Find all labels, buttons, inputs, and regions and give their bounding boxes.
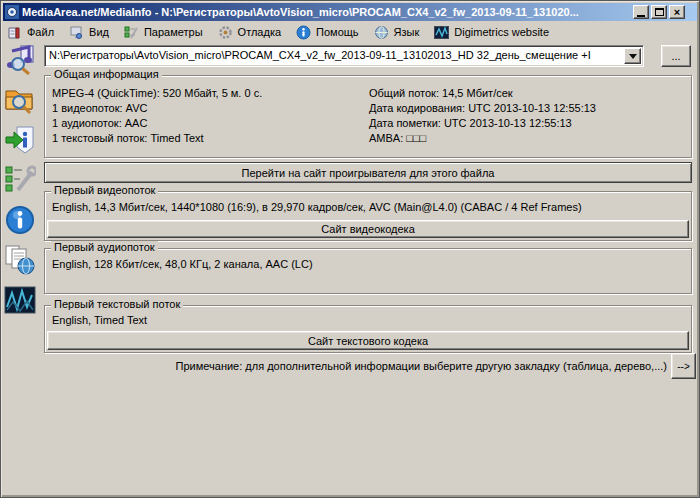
menu-debug-label: Отладка [238,26,281,38]
audio-stream-group: Первый аудиопоток English, 128 Кбит/сек,… [44,248,692,294]
menu-file-label: Файл [27,26,54,38]
menu-options-label: Параметры [144,26,203,38]
text-codec-website-button[interactable]: Сайт текстового кодека [47,331,689,350]
menu-bar: Файл Вид Параметры Отладка Помощь Язык D… [3,22,697,42]
open-folder-icon [4,84,36,116]
video-codec-website-button[interactable]: Сайт видеокодека [47,220,689,238]
general-info-left-column: MPEG-4 (QuickTime): 520 Мбайт, 5 м. 0 с.… [52,86,262,146]
chevron-down-icon [629,54,637,63]
toolbar-web-report-button[interactable] [4,244,36,276]
general-tagged-date-line: Дата пометки: UTC 2013-10-13 12:55:13 [369,116,596,131]
language-menu-icon [374,25,389,40]
toolbar-export-info-button[interactable] [4,124,36,156]
menu-digimetrics-label: Digimetrics website [454,26,549,38]
general-info-group-title: Общая информация [51,68,162,80]
menu-language[interactable]: Язык [374,25,420,40]
toolbar-graph-button[interactable] [4,284,36,316]
window-title: MediaArea.net/MediaInfo - N:\Регистратор… [22,6,629,18]
general-encoded-date-line: Дата кодирования: UTC 2013-10-13 12:55:1… [369,101,596,116]
general-video-count-line: 1 видеопоток: AVC [52,101,262,116]
export-info-icon [4,124,36,156]
file-menu-icon [7,25,22,40]
help-menu-icon [296,25,311,40]
website-menu-icon [434,25,449,40]
toolbar-open-file-button[interactable] [4,44,36,76]
text-stream-group-title: Первый текстовый поток [51,298,183,310]
menu-options[interactable]: Параметры [124,25,203,40]
next-tab-button[interactable]: --> [671,353,696,379]
note-text: Примечание: для дополнительной информаци… [176,360,667,372]
general-info-group: Общая информация MPEG-4 (QuickTime): 520… [44,75,692,158]
menu-debug[interactable]: Отладка [218,25,281,40]
maximize-icon [655,8,664,16]
general-info-right-column: Общий поток: 14,5 Мбит/сек Дата кодирова… [369,86,596,146]
general-bitrate-line: Общий поток: 14,5 Мбит/сек [369,86,596,101]
about-icon [4,204,36,236]
menu-file[interactable]: Файл [7,25,54,40]
general-audio-count-line: 1 аудиопоток: AAC [52,116,262,131]
file-path-value: N:\Регистраторы\AvtoVision_micro\PROCAM_… [49,49,621,61]
menu-digimetrics-website[interactable]: Digimetrics website [434,25,549,40]
app-icon [5,5,19,19]
video-stream-group-title: Первый видеопоток [51,184,158,196]
maximize-button[interactable] [651,5,667,19]
close-icon: × [674,7,680,17]
debug-menu-icon [218,25,233,40]
player-website-button[interactable]: Перейти на сайт проигрывателя для этого … [44,162,692,183]
browse-button[interactable]: ... [661,45,691,67]
text-stream-group: Первый текстовый поток English, Timed Te… [44,305,692,353]
graph-icon [4,284,36,316]
general-format-line: MPEG-4 (QuickTime): 520 Мбайт, 5 м. 0 с. [52,86,262,101]
toolbar-open-folder-button[interactable] [4,84,36,116]
menu-language-label: Язык [394,26,420,38]
options-icon [4,164,36,196]
mediainfo-window: MediaArea.net/MediaInfo - N:\Регистратор… [0,0,700,498]
general-amba-line: AMBA: □□□ [369,131,596,146]
web-report-icon [4,244,36,276]
open-file-icon [4,44,36,76]
text-stream-info: English, Timed Text [52,314,147,326]
minimize-icon [637,15,645,17]
video-stream-group: Первый видеопоток English, 14,3 Мбит/сек… [44,191,692,241]
view-menu-icon [69,25,84,40]
menu-view[interactable]: Вид [69,25,109,40]
menu-help[interactable]: Помощь [296,25,359,40]
menu-view-label: Вид [89,26,109,38]
audio-stream-info: English, 128 Кбит/сек, 48,0 КГц, 2 канал… [52,258,313,270]
toolbar-about-button[interactable] [4,204,36,236]
title-bar[interactable]: MediaArea.net/MediaInfo - N:\Регистратор… [3,3,697,21]
close-button[interactable]: × [669,5,685,19]
menu-help-label: Помощь [316,26,359,38]
file-path-combobox[interactable]: N:\Регистраторы\AvtoVision_micro\PROCAM_… [44,45,644,67]
options-menu-icon [124,25,139,40]
general-text-count-line: 1 текстовый поток: Timed Text [52,131,262,146]
combobox-dropdown-button[interactable] [624,48,641,64]
minimize-button[interactable] [633,5,649,19]
audio-stream-group-title: Первый аудиопоток [51,241,158,253]
window-controls: × [633,5,685,19]
video-stream-info: English, 14,3 Мбит/сек, 1440*1080 (16:9)… [52,201,582,213]
toolbar-options-button[interactable] [4,164,36,196]
